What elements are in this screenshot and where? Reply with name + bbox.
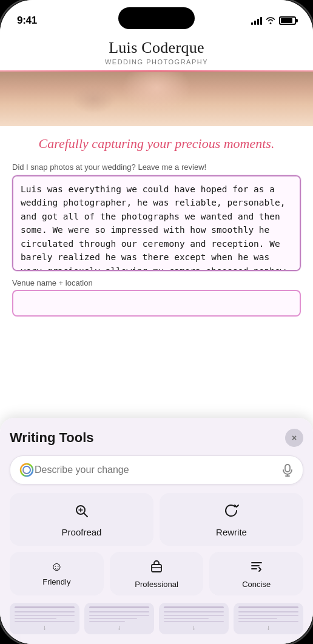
hero-image: [0, 72, 313, 126]
thumb-arrow-1: ↓: [43, 623, 47, 631]
writing-tools-header: Writing Tools ×: [10, 429, 303, 447]
thumb-lines-4: [238, 615, 298, 622]
svg-line-6: [84, 514, 87, 517]
thumbnail-3[interactable]: ↓: [159, 603, 229, 634]
venue-label: Venue name + location: [12, 278, 301, 287]
thumbnail-2[interactable]: ↓: [84, 603, 154, 634]
friendly-icon: ☺: [50, 560, 62, 574]
friendly-button[interactable]: ☺ Friendly: [10, 552, 104, 595]
writing-tools-title: Writing Tools: [10, 430, 94, 446]
site-header: Luis Coderque Wedding Photography: [0, 33, 313, 70]
thumb-arrow-3: ↓: [192, 623, 196, 631]
rewrite-button[interactable]: Rewrite: [160, 493, 303, 546]
review-form-label: Did I snap photos at your wedding? Leave…: [12, 163, 301, 172]
signal-icon: [251, 16, 262, 25]
mic-icon[interactable]: [281, 463, 294, 477]
writing-tools-close-button[interactable]: ×: [285, 429, 303, 447]
concise-icon: [250, 560, 263, 576]
professional-icon: [150, 560, 163, 576]
writing-tools-search-input[interactable]: [35, 465, 281, 475]
thumb-lines-3: [164, 615, 224, 622]
status-time: 9:41: [17, 15, 37, 27]
form-section: Did I snap photos at your wedding? Leave…: [0, 159, 313, 317]
thumb-lines-2: [89, 615, 149, 622]
svg-rect-9: [152, 565, 161, 572]
rewrite-icon: [224, 503, 240, 522]
concise-button[interactable]: Concise: [209, 552, 303, 595]
writing-tools-main-row: Proofread Rewrite: [10, 493, 303, 546]
concise-label: Concise: [242, 580, 271, 589]
writing-tools-panel: Writing Tools ×: [0, 418, 313, 644]
thumb-arrow-2: ↓: [118, 623, 121, 631]
page-tagline: Carefully capturing your precious moment…: [0, 126, 313, 159]
proofread-button[interactable]: Proofread: [10, 493, 153, 546]
svg-rect-2: [285, 465, 290, 472]
review-textarea[interactable]: Luis was everything we could have hoped …: [12, 175, 301, 271]
thumbnail-1[interactable]: ↓: [10, 603, 79, 634]
thumb-arrow-4: ↓: [267, 623, 271, 631]
thumbnail-4[interactable]: ↓: [234, 603, 303, 634]
site-title: Luis Coderque: [12, 39, 301, 57]
wifi-icon: [266, 16, 275, 26]
writing-tools-thumbnails: ↓ ↓ ↓: [10, 603, 303, 634]
svg-point-1: [23, 466, 30, 474]
thumb-lines-1: [15, 615, 75, 622]
writing-tools-tone-row: ☺ Friendly Professional: [10, 552, 303, 595]
professional-label: Professional: [135, 580, 178, 589]
rewrite-label: Rewrite: [216, 527, 247, 537]
proofread-label: Proofread: [62, 527, 102, 537]
friendly-label: Friendly: [42, 577, 70, 586]
site-subtitle: Wedding Photography: [12, 58, 301, 65]
proofread-icon: [74, 503, 90, 522]
venue-input[interactable]: [12, 290, 301, 317]
apple-intelligence-icon: [19, 462, 35, 478]
page-content: Luis Coderque Wedding Photography Carefu…: [0, 33, 313, 644]
dynamic-island: [118, 7, 195, 29]
writing-tools-search-bar[interactable]: [10, 455, 303, 485]
status-icons: [251, 16, 296, 26]
phone-frame: 9:41 Luis Coderque W: [0, 0, 313, 644]
battery-icon: [279, 16, 296, 25]
professional-button[interactable]: Professional: [110, 552, 204, 595]
